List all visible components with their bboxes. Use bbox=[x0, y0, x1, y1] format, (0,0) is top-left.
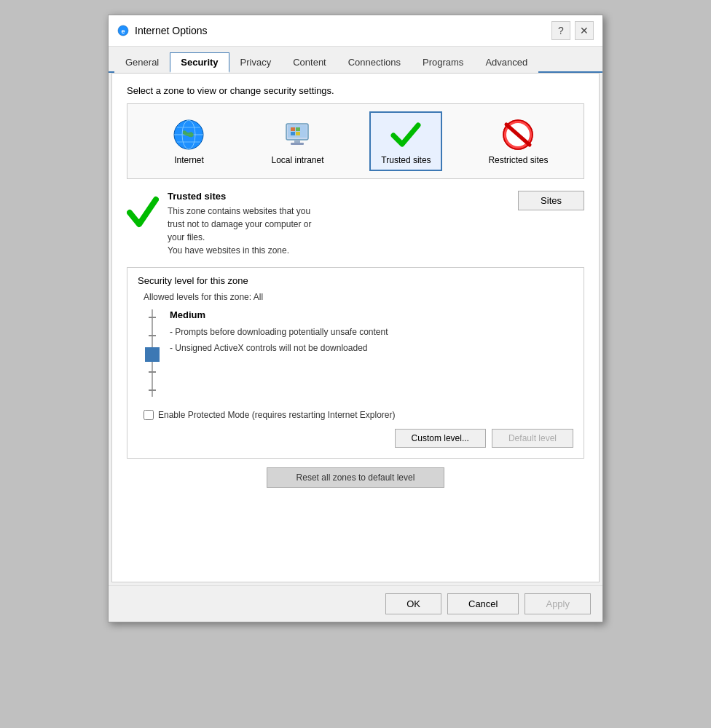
svg-rect-11 bbox=[291, 127, 295, 131]
svg-rect-8 bbox=[288, 125, 307, 138]
custom-level-button[interactable]: Custom level... bbox=[395, 429, 486, 448]
dialog-footer: OK Cancel Apply bbox=[109, 585, 602, 622]
svg-rect-12 bbox=[296, 127, 300, 131]
title-bar: e Internet Options ? ✕ bbox=[109, 15, 602, 47]
zone-selected-checkmark-icon bbox=[127, 194, 159, 232]
ie-icon: e bbox=[117, 25, 129, 36]
zone-desc-line1: This zone contains websites that you bbox=[168, 206, 310, 216]
svg-text:e: e bbox=[121, 28, 125, 35]
close-button[interactable]: ✕ bbox=[575, 21, 594, 40]
tab-advanced[interactable]: Advanced bbox=[474, 52, 538, 73]
local-intranet-icon bbox=[280, 117, 315, 152]
slider-thumb[interactable] bbox=[145, 347, 160, 362]
zone-desc-line2: trust not to damage your computer or bbox=[168, 219, 311, 229]
zone-item-local-intranet[interactable]: Local intranet bbox=[261, 111, 334, 171]
reset-button-row: Reset all zones to default level bbox=[127, 467, 584, 488]
protected-mode-row: Enable Protected Mode (requires restarti… bbox=[144, 410, 573, 420]
zone-item-internet[interactable]: Internet bbox=[152, 111, 225, 171]
zone-item-restricted-sites[interactable]: Restricted sites bbox=[478, 111, 558, 171]
zone-item-trusted-sites[interactable]: Trusted sites bbox=[369, 111, 442, 171]
security-tab-content: Select a zone to view or change security… bbox=[111, 73, 600, 582]
security-slider[interactable] bbox=[145, 309, 160, 404]
tab-connections[interactable]: Connections bbox=[337, 52, 412, 73]
zone-instruction: Select a zone to view or change security… bbox=[127, 85, 584, 96]
trusted-sites-icon bbox=[388, 117, 423, 152]
security-level-box: Security level for this zone Allowed lev… bbox=[127, 267, 584, 459]
security-level-name: Medium bbox=[170, 309, 573, 320]
zone-selector: Internet bbox=[127, 103, 584, 179]
trusted-sites-zone-label: Trusted sites bbox=[381, 155, 431, 165]
local-intranet-zone-label: Local intranet bbox=[271, 155, 323, 165]
title-bar-controls: ? ✕ bbox=[551, 21, 594, 40]
slider-description: Medium - Prompts before downloading pote… bbox=[170, 309, 573, 356]
sites-button[interactable]: Sites bbox=[518, 191, 584, 210]
protected-mode-label[interactable]: Enable Protected Mode (requires restarti… bbox=[158, 410, 396, 420]
tab-privacy[interactable]: Privacy bbox=[229, 52, 283, 73]
dialog-title: Internet Options bbox=[135, 25, 208, 36]
level-buttons-row: Custom level... Default level bbox=[138, 429, 573, 448]
zone-desc-line4: You have websites in this zone. bbox=[168, 245, 289, 256]
tab-content[interactable]: Content bbox=[282, 52, 337, 73]
zone-selected-title: Trusted sites bbox=[168, 191, 509, 202]
ok-button[interactable]: OK bbox=[385, 593, 441, 614]
internet-icon bbox=[171, 117, 206, 152]
title-bar-left: e Internet Options bbox=[117, 25, 208, 36]
protected-mode-checkbox[interactable] bbox=[144, 410, 154, 420]
restricted-sites-icon bbox=[500, 117, 535, 152]
tab-general[interactable]: General bbox=[114, 52, 170, 73]
default-level-button[interactable]: Default level bbox=[492, 429, 573, 448]
restricted-sites-zone-label: Restricted sites bbox=[488, 155, 548, 165]
zone-description-text: Trusted sites This zone contains website… bbox=[168, 191, 509, 257]
svg-rect-14 bbox=[296, 132, 300, 135]
internet-options-dialog: e Internet Options ? ✕ General Security … bbox=[108, 15, 603, 622]
tabs-bar: General Security Privacy Content Connect… bbox=[109, 47, 602, 73]
apply-button[interactable]: Apply bbox=[525, 593, 591, 614]
tab-security[interactable]: Security bbox=[170, 52, 229, 73]
allowed-levels-text: Allowed levels for this zone: All bbox=[144, 292, 573, 302]
internet-zone-label: Internet bbox=[174, 155, 204, 165]
zone-desc-line3: your files. bbox=[168, 232, 205, 242]
help-button[interactable]: ? bbox=[551, 21, 570, 40]
tab-programs[interactable]: Programs bbox=[412, 52, 474, 73]
security-bullet-2: - Unsigned ActiveX controls will not be … bbox=[170, 341, 573, 357]
svg-rect-13 bbox=[291, 132, 295, 135]
reset-all-zones-button[interactable]: Reset all zones to default level bbox=[267, 467, 445, 488]
security-level-title: Security level for this zone bbox=[138, 275, 573, 286]
cancel-button[interactable]: Cancel bbox=[447, 593, 519, 614]
slider-area: Medium - Prompts before downloading pote… bbox=[138, 309, 573, 404]
security-bullet-1: - Prompts before downloading potentially… bbox=[170, 325, 573, 341]
svg-rect-10 bbox=[291, 143, 304, 145]
